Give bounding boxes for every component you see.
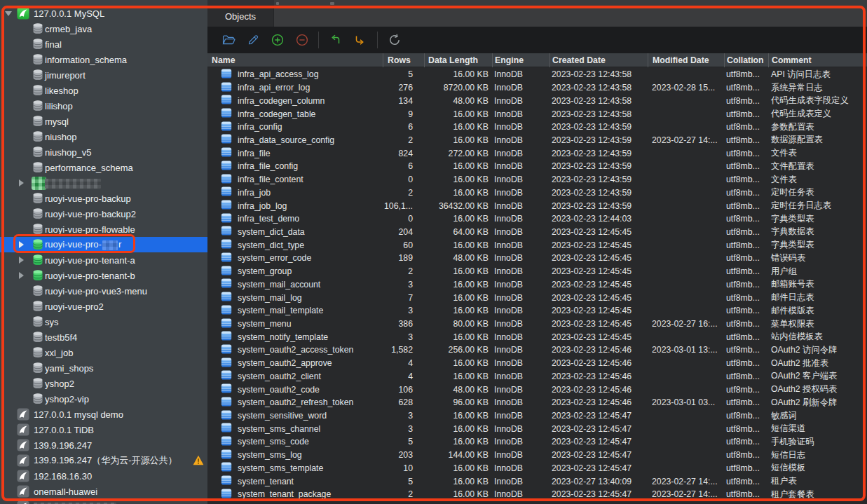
- table-row-infra_file_config[interactable]: infra_file_config616.00 KBInnoDB2023-02-…: [207, 160, 867, 173]
- table-row-infra_api_error_log[interactable]: infra_api_error_log2768720.00 KBInnoDB20…: [207, 81, 867, 95]
- sidebar-item-crmeb-java[interactable]: crmeb_java: [0, 21, 207, 36]
- table-cell: OAuth2 刷新令牌: [768, 397, 867, 409]
- sidebar-item-likeshop[interactable]: likeshop: [0, 83, 207, 98]
- table-row-infra_job_log[interactable]: infra_job_log106,1...36432.00 KBInnoDB20…: [207, 199, 867, 212]
- table-cell: 204: [383, 227, 424, 237]
- sidebar-item-censored[interactable]: [0, 499, 207, 504]
- expand-arrow-right-icon[interactable]: [19, 179, 24, 186]
- table-row-system_tenant[interactable]: system_tenant516.00 KBInnoDB2023-02-27 1…: [207, 475, 867, 488]
- sidebar-item-niushop-v5[interactable]: niushop_v5: [0, 144, 207, 160]
- table-name-cell: infra_job: [207, 186, 383, 199]
- sidebar-item-ruoyi-vue-pro-tenant-b[interactable]: ruoyi-vue-pro-tenant-b: [0, 268, 207, 283]
- table-row-infra_test_demo[interactable]: infra_test_demo016.00 KBInnoDB2023-02-23…: [207, 212, 867, 226]
- sidebar-item-information-schema[interactable]: information_schema: [0, 52, 207, 67]
- table-row-system_group[interactable]: system_group216.00 KBInnoDB2023-02-23 12…: [207, 265, 867, 278]
- sidebar-item-192-168-16-30[interactable]: 192.168.16.30: [0, 468, 207, 484]
- sidebar-item-yshop2[interactable]: yshop2: [0, 376, 207, 391]
- table-row-infra_config[interactable]: infra_config616.00 KBInnoDB2023-02-23 12…: [207, 121, 867, 134]
- sidebar-item-censored[interactable]: [0, 175, 207, 191]
- table-cell: utf8mb...: [724, 109, 768, 119]
- table-row-system_oauth2_client[interactable]: system_oauth2_client416.00 KBInnoDB2023-…: [207, 370, 867, 383]
- column-header-comment[interactable]: Comment: [768, 53, 867, 67]
- sidebar-item-niushop[interactable]: niushop: [0, 129, 207, 144]
- table-cell: 10: [383, 463, 424, 473]
- expand-arrow-right-icon[interactable]: [19, 272, 24, 279]
- sidebar-item-139-9-196-247-[interactable]: 139.9.196.247（华为云-开源公共）: [0, 453, 207, 468]
- export-wizard-button[interactable]: [353, 33, 367, 50]
- sidebar-item-127-0-0-1-tidb[interactable]: 127.0.0.1 TiDB: [0, 422, 207, 437]
- table-row-system_sms_code[interactable]: system_sms_code516.00 KBInnoDB2023-02-23…: [207, 435, 867, 449]
- table-row-system_mail_account[interactable]: system_mail_account316.00 KBInnoDB2023-0…: [207, 278, 867, 292]
- table-row-system_oauth2_approve[interactable]: system_oauth2_approve416.00 KBInnoDB2023…: [207, 357, 867, 370]
- table-row-system_mail_log[interactable]: system_mail_log716.00 KBInnoDB2023-02-23…: [207, 291, 867, 304]
- design-table-button[interactable]: [246, 33, 260, 50]
- table-row-infra_file_content[interactable]: infra_file_content016.00 KBInnoDB2023-02…: [207, 173, 867, 186]
- column-header-rows[interactable]: Rows: [383, 53, 424, 67]
- table-name-label: system_menu: [238, 319, 292, 329]
- database-gray-icon: [32, 115, 44, 129]
- sidebar-item-performance-schema[interactable]: performance_schema: [0, 160, 207, 175]
- refresh-button[interactable]: [388, 33, 402, 50]
- table-row-system_error_code[interactable]: system_error_code18948.00 KBInnoDB2023-0…: [207, 252, 867, 265]
- open-table-button[interactable]: [221, 33, 235, 50]
- column-header-engine[interactable]: Engine: [492, 53, 549, 67]
- expand-arrow-right-icon[interactable]: [19, 241, 24, 248]
- table-row-system_mail_template[interactable]: system_mail_template316.00 KBInnoDB2023-…: [207, 304, 867, 318]
- table-row-system_dict_type[interactable]: system_dict_type6016.00 KBInnoDB2023-02-…: [207, 238, 867, 252]
- table-row-system_sms_channel[interactable]: system_sms_channel316.00 KBInnoDB2023-02…: [207, 422, 867, 435]
- sidebar-item-ruoyi-vue-pro-flowable[interactable]: ruoyi-vue-pro-flowable: [0, 222, 207, 237]
- sidebar-item-final[interactable]: final: [0, 36, 207, 52]
- sidebar-item-jimureport[interactable]: jimureport: [0, 67, 207, 83]
- sidebar-item-ruoyi-vue-pro-vue3-menu[interactable]: ruoyi-vue-pro-vue3-menu: [0, 283, 207, 299]
- column-header-modified-date[interactable]: Modified Date: [648, 53, 724, 67]
- table-row-infra_codegen_table[interactable]: infra_codegen_table916.00 KBInnoDB2023-0…: [207, 107, 867, 121]
- table-row-system_notify_template[interactable]: system_notify_template316.00 KBInnoDB202…: [207, 330, 867, 343]
- object-toolbar: [207, 27, 867, 53]
- table-row-infra_codegen_column[interactable]: infra_codegen_column13448.00 KBInnoDB202…: [207, 94, 867, 107]
- sidebar-item-ruoyi-vue-pro-[interactable]: ruoyi-vue-pro-r: [0, 237, 207, 252]
- column-header-name[interactable]: Name: [207, 53, 383, 67]
- sidebar-item-yami-shops[interactable]: yami_shops: [0, 360, 207, 376]
- sidebar-item-sys[interactable]: sys: [0, 314, 207, 329]
- sidebar-item-127-0-0-1-mysql[interactable]: 127.0.0.1 MySQL: [0, 6, 207, 21]
- table-row-system_tenant_package[interactable]: system_tenant_package216.00 KBInnoDB2023…: [207, 488, 867, 501]
- table-row-system_sensitive_word[interactable]: system_sensitive_word316.00 KBInnoDB2023…: [207, 409, 867, 423]
- sidebar-item-ruoyi-vue-pro-tenant-a[interactable]: ruoyi-vue-pro-tenant-a: [0, 252, 207, 268]
- expand-arrow-right-icon[interactable]: [19, 257, 24, 264]
- column-header-created-date[interactable]: Created Date: [549, 53, 648, 67]
- table-row-infra_api_access_log[interactable]: infra_api_access_log516.00 KBInnoDB2023-…: [207, 68, 867, 81]
- delete-table-button[interactable]: [295, 33, 309, 50]
- sidebar-item-127-0-0-1-mysql-demo[interactable]: 127.0.0.1 mysql demo: [0, 407, 207, 422]
- table-row-system_dict_data[interactable]: system_dict_data20464.00 KBInnoDB2023-02…: [207, 226, 867, 239]
- sidebar-item-xxl-job[interactable]: xxl_job: [0, 345, 207, 360]
- column-header-data-length[interactable]: Data Length: [424, 53, 492, 67]
- sidebar-item-mysql[interactable]: mysql: [0, 114, 207, 129]
- table-row-infra_job[interactable]: infra_job216.00 KBInnoDB2023-02-23 12:43…: [207, 186, 867, 199]
- expand-arrow-down-icon[interactable]: [5, 11, 12, 16]
- sidebar-item-lilishop[interactable]: lilishop: [0, 98, 207, 114]
- table-cell: 824: [383, 149, 424, 158]
- table-row-system_menu[interactable]: system_menu38680.00 KBInnoDB2023-02-23 1…: [207, 318, 867, 331]
- database-gray-icon: [32, 285, 44, 299]
- table-row-infra_data_source_config[interactable]: infra_data_source_config216.00 KBInnoDB2…: [207, 134, 867, 147]
- table-row-system_oauth2_refresh_token[interactable]: system_oauth2_refresh_token62896.00 KBIn…: [207, 396, 867, 409]
- column-header-collation[interactable]: Collation: [724, 53, 768, 67]
- sidebar-item-onemall-huawei[interactable]: onemall-huawei: [0, 484, 207, 499]
- sidebar-item-ruoyi-vue-pro-backup2[interactable]: ruoyi-vue-pro-backup2: [0, 206, 207, 222]
- tab-objects[interactable]: Objects: [207, 6, 274, 27]
- import-wizard-button[interactable]: [328, 33, 342, 50]
- table-row-system_sms_template[interactable]: system_sms_template1016.00 KBInnoDB2023-…: [207, 462, 867, 475]
- database-icon: [32, 38, 44, 50]
- sidebar-item-ruoyi-vue-pro-backup[interactable]: ruoyi-vue-pro-backup: [0, 191, 207, 206]
- sidebar-item-yshop2-vip[interactable]: yshop2-vip: [0, 391, 207, 407]
- table-row-infra_file[interactable]: infra_file824272.00 KBInnoDB2023-02-23 1…: [207, 147, 867, 160]
- new-table-button[interactable]: [271, 33, 285, 50]
- sidebar-item-139-9-196-247[interactable]: 139.9.196.247: [0, 437, 207, 453]
- sidebar-item-testb5f4[interactable]: testb5f4: [0, 329, 207, 345]
- table-name-cell: infra_config: [207, 121, 383, 134]
- table-row-system_sms_log[interactable]: system_sms_log203144.00 KBInnoDB2023-02-…: [207, 449, 867, 462]
- sidebar-item-ruoyi-vue-pro2[interactable]: ruoyi-vue-pro2: [0, 299, 207, 314]
- table-row-system_oauth2_code[interactable]: system_oauth2_code10648.00 KBInnoDB2023-…: [207, 383, 867, 396]
- table-row-system_oauth2_access_token[interactable]: system_oauth2_access_token1,582256.00 KB…: [207, 343, 867, 357]
- table-name-cell: infra_data_source_config: [207, 133, 383, 147]
